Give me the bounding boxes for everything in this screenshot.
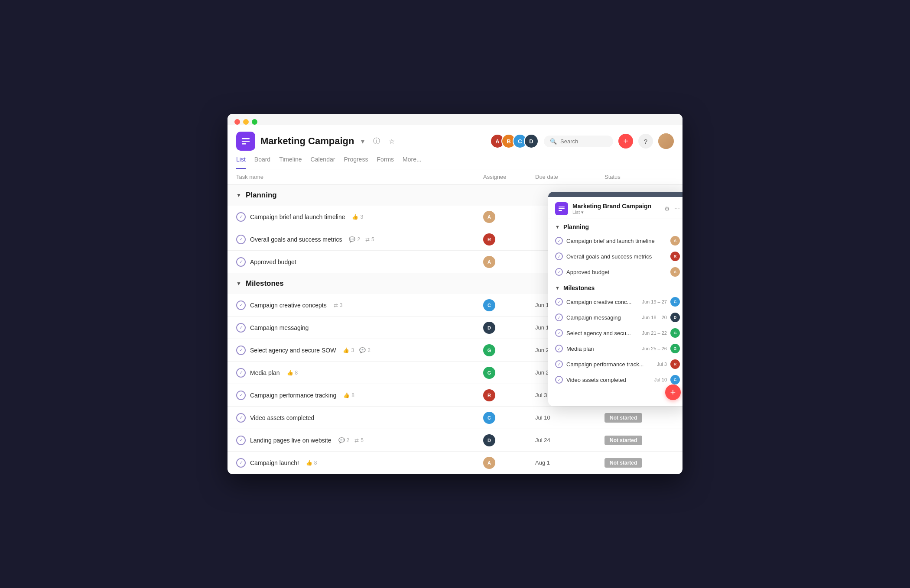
assignee-cell: D: [483, 322, 535, 334]
tab-forms[interactable]: Forms: [377, 156, 394, 169]
popup-task-left: ✓ Media plan: [555, 345, 642, 352]
info-button[interactable]: ⓘ: [371, 135, 382, 148]
list-item: ✓ Campaign performance track... Jul 3 R: [548, 356, 682, 372]
popup-task-right: Jun 19 – 27 C: [642, 297, 680, 307]
popup-assignee-avatar: D: [670, 313, 680, 322]
task-check-icon[interactable]: ✓: [236, 212, 246, 222]
task-check-icon[interactable]: ✓: [236, 323, 246, 333]
like-icon: 👍: [343, 392, 350, 398]
popup-due-date: Jul 10: [654, 377, 667, 382]
popup-task-check[interactable]: ✓: [555, 237, 563, 245]
tab-list[interactable]: List: [236, 156, 246, 169]
task-name-cell: ✓ Media plan 👍 8: [236, 368, 483, 378]
task-name-cell: ✓ Campaign creative concepts ⇄ 3: [236, 300, 483, 310]
popup-task-left: ✓ Campaign performance track...: [555, 360, 657, 368]
task-check-icon[interactable]: ✓: [236, 413, 246, 423]
search-input[interactable]: [560, 138, 612, 145]
like-icon: 👍: [343, 347, 349, 353]
popup-task-check[interactable]: ✓: [555, 298, 563, 306]
status-badge: Not started: [604, 436, 642, 445]
list-item: ✓ Overall goals and success metrics R: [548, 249, 682, 264]
help-button[interactable]: ?: [638, 134, 653, 149]
task-check-icon[interactable]: ✓: [236, 368, 246, 378]
task-meta: 👍 3 💬 2: [343, 347, 370, 353]
chevron-down-icon[interactable]: ▼: [236, 281, 241, 287]
task-check-icon[interactable]: ✓: [236, 346, 246, 355]
popup-task-check[interactable]: ✓: [555, 313, 563, 321]
task-name-cell: ✓ Approved budget: [236, 257, 483, 267]
comment-icon: 💬: [359, 347, 366, 353]
popup-task-check[interactable]: ✓: [555, 360, 563, 368]
minimize-button[interactable]: [243, 119, 249, 125]
popup-task-check[interactable]: ✓: [555, 252, 563, 260]
maximize-button[interactable]: [252, 119, 257, 125]
popup-task-check[interactable]: ✓: [555, 268, 563, 276]
task-check-icon[interactable]: ✓: [236, 391, 246, 400]
star-button[interactable]: ☆: [387, 136, 396, 147]
col-assignee: Assignee: [483, 174, 535, 180]
tab-timeline[interactable]: Timeline: [279, 156, 302, 169]
assignee-avatar: D: [483, 434, 495, 446]
task-meta: 👍 8: [343, 392, 354, 398]
nav-tabs: List Board Timeline Calendar Progress Fo…: [236, 156, 674, 169]
popup-section-milestones: ▼ Milestones ✓ Campaign creative conc...…: [548, 280, 682, 406]
search-bar[interactable]: 🔍: [544, 136, 613, 147]
chevron-down-icon[interactable]: ▼: [555, 285, 560, 291]
comment-count: 💬 2: [349, 236, 360, 242]
task-check-icon[interactable]: ✓: [236, 235, 246, 244]
popup-header-bar: [548, 192, 682, 197]
filter-button[interactable]: ⚙: [664, 205, 670, 213]
col-status: Status: [604, 174, 674, 180]
popup-task-right: Jun 25 – 26 G: [642, 344, 680, 353]
chevron-down-icon[interactable]: ▼: [236, 192, 241, 198]
tab-progress[interactable]: Progress: [344, 156, 368, 169]
popup-task-check[interactable]: ✓: [555, 329, 563, 337]
popup-due-date: Jun 21 – 22: [642, 330, 667, 336]
popup-task-check[interactable]: ✓: [555, 345, 563, 352]
popup-task-check[interactable]: ✓: [555, 376, 563, 384]
assignee-avatar: A: [483, 211, 495, 223]
task-check-icon[interactable]: ✓: [236, 300, 246, 310]
more-button[interactable]: ···: [674, 205, 680, 213]
task-check-icon[interactable]: ✓: [236, 436, 246, 445]
popup-task-left: ✓ Video assets completed: [555, 376, 654, 384]
popup-assignee-avatar: G: [670, 328, 680, 338]
popup-task-left: ✓ Approved budget: [555, 268, 670, 276]
team-avatars: A B C D: [490, 134, 539, 149]
comment-count: 💬 2: [359, 347, 370, 353]
task-meta: 👍 3: [352, 214, 363, 220]
dropdown-button[interactable]: ▾: [359, 136, 366, 147]
popup-title-text: Marketing Brand Campaign: [572, 203, 651, 210]
assignee-cell: R: [483, 233, 535, 246]
popup-due-date: Jul 3: [657, 362, 667, 367]
popup-task-right: Jul 10 C: [654, 375, 680, 384]
popup-task-right: Jun 21 – 22 G: [642, 328, 680, 338]
chevron-down-icon[interactable]: ▼: [555, 224, 560, 229]
svg-rect-2: [242, 143, 246, 145]
share-icon: ⇄: [354, 437, 359, 443]
task-name: Campaign creative concepts: [250, 302, 327, 309]
table-row: ✓ Campaign launch! 👍 8 A Aug 1 Not start…: [228, 452, 682, 474]
status-badge: Not started: [604, 413, 642, 423]
task-check-icon[interactable]: ✓: [236, 257, 246, 267]
tab-board[interactable]: Board: [254, 156, 270, 169]
task-check-icon[interactable]: ✓: [236, 458, 246, 468]
popup-assignee-avatar: C: [670, 297, 680, 307]
add-button[interactable]: +: [618, 134, 633, 149]
popup-task-right: Jun 18 – 20 D: [642, 313, 680, 322]
due-date-cell: Aug 1: [535, 459, 604, 466]
like-count: 👍 3: [343, 347, 354, 353]
tab-calendar[interactable]: Calendar: [311, 156, 335, 169]
popup-task-name: Media plan: [566, 346, 594, 352]
popup-task-left: ✓ Campaign creative conc...: [555, 298, 642, 306]
traffic-lights: [234, 119, 257, 125]
popup-add-button[interactable]: +: [665, 384, 681, 400]
popup-title-left: Marketing Brand Campaign List ▾: [555, 202, 651, 215]
assignee-cell: A: [483, 457, 535, 469]
tab-more[interactable]: More...: [403, 156, 422, 169]
close-button[interactable]: [234, 119, 240, 125]
task-meta: 👍 8: [287, 370, 298, 376]
popup-task-name: Campaign messaging: [566, 314, 621, 321]
list-item: ✓ Campaign creative conc... Jun 19 – 27 …: [548, 294, 682, 310]
popup-section-planning: ▼ Planning ✓ Campaign brief and launch t…: [548, 219, 682, 280]
